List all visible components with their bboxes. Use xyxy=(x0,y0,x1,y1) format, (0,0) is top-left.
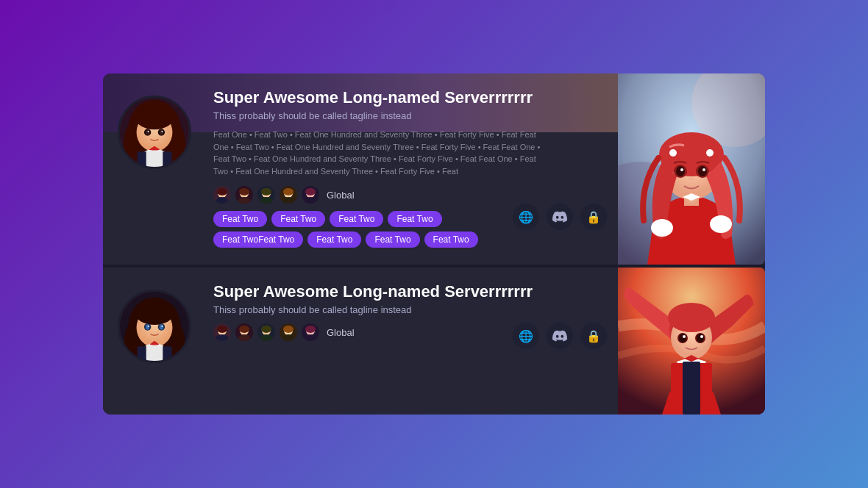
svg-point-11 xyxy=(148,131,149,132)
svg-point-25 xyxy=(261,188,271,195)
svg-point-46 xyxy=(702,168,705,171)
svg-point-84 xyxy=(305,326,316,333)
discord-icon-2[interactable] xyxy=(547,323,573,349)
meta-row-wrapper-2: Global xyxy=(213,323,355,348)
mini-avatar-2c xyxy=(257,323,275,341)
svg-point-44 xyxy=(698,166,707,176)
svg-point-68 xyxy=(217,326,227,333)
mini-avatar-2b xyxy=(235,323,253,341)
svg-point-92 xyxy=(679,334,686,342)
card2-inner: Super Awesome Long-named Serverrrrrrr Th… xyxy=(103,268,765,415)
server-tagline-2: Thiss probably should be called tagline … xyxy=(213,304,607,315)
svg-point-72 xyxy=(239,326,249,333)
svg-point-17 xyxy=(217,188,227,195)
svg-point-29 xyxy=(283,188,294,195)
content-area-1: Super Awesome Long-named Serverrrrrrr Th… xyxy=(206,73,618,265)
svg-point-94 xyxy=(683,335,686,338)
tag-item[interactable]: Feat TwoFeat Two xyxy=(213,232,303,248)
svg-point-93 xyxy=(697,334,704,342)
svg-point-45 xyxy=(680,168,683,171)
avatar-svg-2 xyxy=(120,292,189,361)
meta-and-tags-1: Global Feat TwoFeat TwoFeat TwoFeat TwoF… xyxy=(213,186,513,248)
meta-row-1: Global xyxy=(213,186,513,204)
card1-inner: Super Awesome Long-named Serverrrrrrr Th… xyxy=(103,73,765,265)
mini-avatar-1b xyxy=(235,186,253,204)
tag-item[interactable]: Feat Two xyxy=(307,232,361,248)
avatar-2 xyxy=(118,290,191,363)
svg-point-12 xyxy=(161,131,163,132)
right-image-1 xyxy=(618,73,765,265)
tag-item[interactable]: Feat Two xyxy=(213,211,267,227)
svg-point-62 xyxy=(148,326,149,327)
tag-item[interactable]: Feat Two xyxy=(366,232,419,248)
svg-point-95 xyxy=(700,335,703,338)
char2-art xyxy=(618,268,765,415)
svg-point-61 xyxy=(160,324,164,330)
server-title-2: Super Awesome Long-named Serverrrrrrr xyxy=(213,282,607,301)
svg-point-43 xyxy=(676,166,685,176)
svg-point-50 xyxy=(706,149,714,157)
meta-label-2: Global xyxy=(327,327,355,338)
svg-point-10 xyxy=(160,129,164,135)
avatar-area-1 xyxy=(103,73,206,265)
tag-item[interactable]: Feat Two xyxy=(388,211,441,227)
avatar-1 xyxy=(118,96,191,169)
svg-point-48 xyxy=(710,215,732,233)
tags-area-1: Feat TwoFeat TwoFeat TwoFeat TwoFeat Two… xyxy=(213,211,513,248)
tag-item[interactable]: Feat Two xyxy=(330,211,383,227)
main-container: Super Awesome Long-named Serverrrrrrr Th… xyxy=(103,73,765,415)
mini-avatar-1c xyxy=(257,186,275,204)
svg-point-33 xyxy=(305,188,316,195)
lock-icon-2[interactable]: 🔒 xyxy=(580,323,607,349)
bottom-icons-2: 🌐 🔒 xyxy=(513,323,607,349)
globe-icon-2[interactable]: 🌐 xyxy=(513,323,539,349)
tag-item[interactable]: Feat Two xyxy=(271,211,325,227)
mini-avatar-1e xyxy=(302,186,319,204)
tag-item[interactable]: Feat Two xyxy=(424,232,478,248)
svg-rect-14 xyxy=(146,150,163,167)
content-area-2: Super Awesome Long-named Serverrrrrrr Th… xyxy=(206,268,618,415)
svg-point-63 xyxy=(161,326,163,327)
mini-avatar-2d xyxy=(280,323,297,341)
server-card-1: Super Awesome Long-named Serverrrrrrr Th… xyxy=(103,73,765,265)
avatar-area-2 xyxy=(103,268,206,415)
svg-point-21 xyxy=(239,188,249,195)
server-tagline-1: Thiss probably should be called tagline … xyxy=(213,110,607,121)
svg-rect-97 xyxy=(683,362,700,415)
bottom-bar-1: Global Feat TwoFeat TwoFeat TwoFeat TwoF… xyxy=(213,186,607,248)
char1-svg xyxy=(618,73,765,265)
meta-label-1: Global xyxy=(327,190,355,201)
svg-rect-65 xyxy=(146,345,163,361)
right-image-2 xyxy=(618,268,765,415)
mini-avatar-2a xyxy=(213,323,231,341)
globe-icon-1[interactable]: 🌐 xyxy=(513,204,539,230)
svg-point-9 xyxy=(146,129,150,135)
svg-point-49 xyxy=(669,149,677,157)
mini-avatar-1d xyxy=(280,186,297,204)
svg-point-89 xyxy=(668,303,715,332)
meta-row-2: Global xyxy=(213,323,355,341)
char2-svg xyxy=(618,268,765,415)
bottom-icons-1: 🌐 🔒 xyxy=(513,204,607,230)
char1-art xyxy=(618,73,765,265)
server-description-1: Feat One • Feat Two • Feat One Hundred a… xyxy=(213,129,552,177)
bottom-bar-2: Global 🌐 🔒 xyxy=(213,323,607,349)
mini-avatar-2e xyxy=(302,323,319,341)
svg-point-60 xyxy=(146,324,150,330)
svg-point-76 xyxy=(261,326,271,333)
svg-point-80 xyxy=(283,326,294,333)
mini-avatar-1a xyxy=(213,186,231,204)
discord-icon-1[interactable] xyxy=(547,204,573,230)
server-card-2: Super Awesome Long-named Serverrrrrrr Th… xyxy=(103,268,765,415)
lock-icon-1[interactable]: 🔒 xyxy=(580,204,607,230)
server-title-1: Super Awesome Long-named Serverrrrrrr xyxy=(213,88,607,107)
avatar-svg-1 xyxy=(120,98,189,167)
svg-point-47 xyxy=(651,219,673,237)
